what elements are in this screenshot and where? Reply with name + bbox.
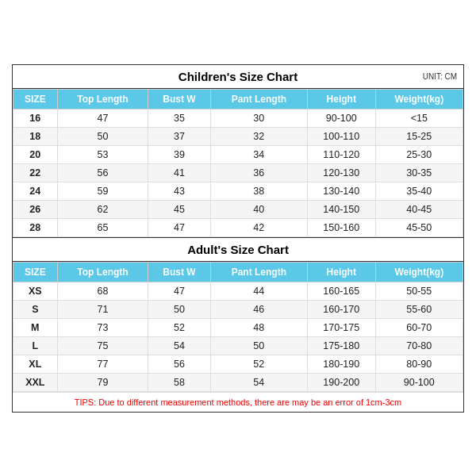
table-cell: 22 bbox=[13, 163, 58, 182]
table-cell: 140-150 bbox=[307, 200, 375, 218]
table-row: 24594338130-14035-40 bbox=[13, 182, 463, 200]
adult-header-height: Height bbox=[307, 262, 375, 282]
table-cell: 58 bbox=[148, 373, 211, 391]
children-header-weight: Weight(kg) bbox=[375, 89, 463, 109]
adult-title-text: Adult's Size Chart bbox=[187, 243, 289, 256]
table-cell: 80-90 bbox=[375, 355, 463, 373]
table-cell: XL bbox=[13, 355, 58, 373]
table-cell: 52 bbox=[210, 355, 307, 373]
children-section-title: Children's Size Chart UNIT: CM bbox=[13, 65, 463, 89]
table-cell: 16 bbox=[13, 109, 58, 127]
table-cell: 35 bbox=[148, 109, 211, 127]
table-cell: 46 bbox=[210, 300, 307, 318]
adult-table-body: XS684744160-16550-55S715046160-17055-60M… bbox=[13, 282, 463, 391]
table-cell: 42 bbox=[210, 218, 307, 236]
table-row: L755450175-18070-80 bbox=[13, 336, 463, 355]
table-cell: 20 bbox=[13, 145, 58, 163]
unit-label: UNIT: CM bbox=[423, 72, 457, 81]
children-table-body: 1647353090-100<1518503732100-11015-25205… bbox=[13, 109, 463, 236]
table-cell: 45-50 bbox=[375, 218, 463, 236]
table-cell: 79 bbox=[57, 373, 148, 391]
table-cell: 90-100 bbox=[307, 109, 375, 127]
table-cell: <15 bbox=[375, 109, 463, 127]
adult-header-top-length: Top Length bbox=[57, 262, 148, 282]
table-cell: 60-70 bbox=[375, 318, 463, 336]
table-row: XXL795854190-20090-100 bbox=[13, 373, 463, 391]
table-cell: 15-25 bbox=[375, 127, 463, 145]
table-cell: 130-140 bbox=[307, 182, 375, 200]
table-cell: 25-30 bbox=[375, 145, 463, 163]
children-header-pant-length: Pant Length bbox=[210, 89, 307, 109]
adult-header-bust-w: Bust W bbox=[148, 262, 211, 282]
table-cell: 41 bbox=[148, 163, 211, 182]
adult-header-weight: Weight(kg) bbox=[375, 262, 463, 282]
table-cell: 47 bbox=[148, 282, 211, 300]
table-cell: 59 bbox=[57, 182, 148, 200]
table-cell: 50-55 bbox=[375, 282, 463, 300]
table-cell: 170-175 bbox=[307, 318, 375, 336]
adult-section-title: Adult's Size Chart bbox=[13, 237, 463, 262]
table-cell: 100-110 bbox=[307, 127, 375, 145]
table-row: 28654742150-16045-50 bbox=[13, 218, 463, 236]
table-cell: 37 bbox=[148, 127, 211, 145]
table-cell: 28 bbox=[13, 218, 58, 236]
table-cell: S bbox=[13, 300, 58, 318]
table-cell: 18 bbox=[13, 127, 58, 145]
children-header-size: SIZE bbox=[13, 89, 58, 109]
table-cell: XXL bbox=[13, 373, 58, 391]
table-row: M735248170-17560-70 bbox=[13, 318, 463, 336]
table-cell: 36 bbox=[210, 163, 307, 182]
table-cell: 47 bbox=[57, 109, 148, 127]
table-cell: 40 bbox=[210, 200, 307, 218]
table-cell: 120-130 bbox=[307, 163, 375, 182]
table-row: 22564136120-13030-35 bbox=[13, 163, 463, 182]
table-cell: 34 bbox=[210, 145, 307, 163]
table-cell: 43 bbox=[148, 182, 211, 200]
table-cell: 32 bbox=[210, 127, 307, 145]
table-row: 20533934110-12025-30 bbox=[13, 145, 463, 163]
table-cell: 30 bbox=[210, 109, 307, 127]
table-row: 26624540140-15040-45 bbox=[13, 200, 463, 218]
table-cell: 50 bbox=[148, 300, 211, 318]
table-cell: 160-170 bbox=[307, 300, 375, 318]
table-cell: 24 bbox=[13, 182, 58, 200]
table-row: S715046160-17055-60 bbox=[13, 300, 463, 318]
table-cell: M bbox=[13, 318, 58, 336]
adult-header-pant-length: Pant Length bbox=[210, 262, 307, 282]
table-cell: 26 bbox=[13, 200, 58, 218]
size-chart-container: Children's Size Chart UNIT: CM SIZE Top … bbox=[12, 64, 464, 413]
children-header-height: Height bbox=[307, 89, 375, 109]
table-cell: 44 bbox=[210, 282, 307, 300]
table-cell: 190-200 bbox=[307, 373, 375, 391]
table-row: 1647353090-100<15 bbox=[13, 109, 463, 127]
children-header-top-length: Top Length bbox=[57, 89, 148, 109]
table-cell: 180-190 bbox=[307, 355, 375, 373]
children-header-bust-w: Bust W bbox=[148, 89, 211, 109]
children-table: SIZE Top Length Bust W Pant Length Heigh… bbox=[13, 89, 463, 237]
table-cell: XS bbox=[13, 282, 58, 300]
table-cell: 73 bbox=[57, 318, 148, 336]
table-cell: 175-180 bbox=[307, 336, 375, 355]
children-header-row: SIZE Top Length Bust W Pant Length Heigh… bbox=[13, 89, 463, 109]
table-cell: 53 bbox=[57, 145, 148, 163]
adult-header-row: SIZE Top Length Bust W Pant Length Heigh… bbox=[13, 262, 463, 282]
table-cell: 47 bbox=[148, 218, 211, 236]
table-cell: 71 bbox=[57, 300, 148, 318]
table-cell: 65 bbox=[57, 218, 148, 236]
table-cell: 54 bbox=[210, 373, 307, 391]
table-cell: 45 bbox=[148, 200, 211, 218]
table-cell: 77 bbox=[57, 355, 148, 373]
table-cell: 90-100 bbox=[375, 373, 463, 391]
table-row: XL775652180-19080-90 bbox=[13, 355, 463, 373]
table-cell: 56 bbox=[148, 355, 211, 373]
table-cell: 48 bbox=[210, 318, 307, 336]
table-cell: 62 bbox=[57, 200, 148, 218]
table-cell: 52 bbox=[148, 318, 211, 336]
table-row: XS684744160-16550-55 bbox=[13, 282, 463, 300]
adult-header-size: SIZE bbox=[13, 262, 58, 282]
table-cell: 30-35 bbox=[375, 163, 463, 182]
table-cell: 160-165 bbox=[307, 282, 375, 300]
table-cell: 56 bbox=[57, 163, 148, 182]
table-cell: 38 bbox=[210, 182, 307, 200]
table-cell: 75 bbox=[57, 336, 148, 355]
